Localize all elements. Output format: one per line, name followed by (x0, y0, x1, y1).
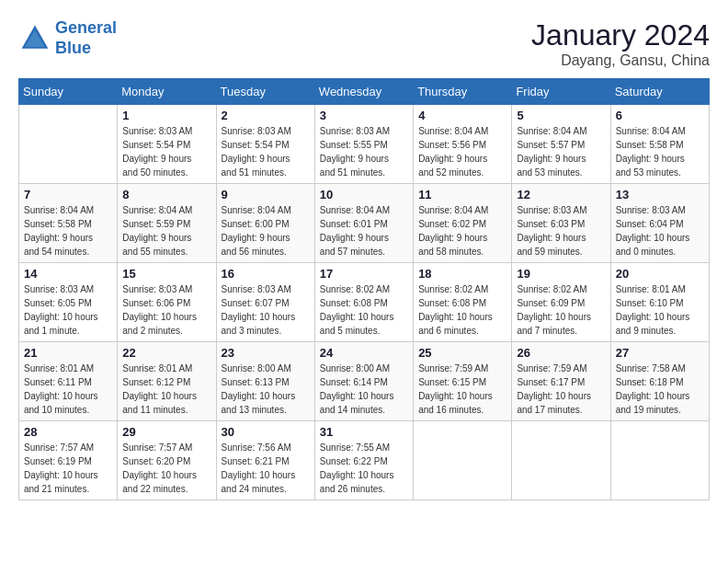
calendar-cell (512, 421, 610, 500)
calendar-cell: 21Sunrise: 8:01 AMSunset: 6:11 PMDayligh… (19, 342, 118, 421)
week-row-5: 28Sunrise: 7:57 AMSunset: 6:19 PMDayligh… (19, 421, 710, 500)
day-number: 3 (320, 109, 408, 122)
calendar-cell: 15Sunrise: 8:03 AMSunset: 6:06 PMDayligh… (118, 263, 216, 342)
day-info: Sunrise: 8:01 AMSunset: 6:10 PMDaylight:… (616, 282, 704, 338)
day-number: 23 (222, 346, 310, 360)
day-number: 10 (320, 188, 408, 201)
day-info: Sunrise: 8:03 AMSunset: 6:04 PMDaylight:… (616, 203, 704, 259)
calendar-cell (414, 421, 512, 500)
day-info: Sunrise: 8:04 AMSunset: 6:02 PMDaylight:… (418, 203, 506, 259)
day-number: 9 (222, 188, 310, 201)
day-number: 31 (320, 425, 408, 439)
day-info: Sunrise: 8:04 AMSunset: 5:59 PMDaylight:… (122, 203, 210, 259)
day-info: Sunrise: 8:01 AMSunset: 6:11 PMDaylight:… (24, 362, 112, 417)
calendar-cell: 30Sunrise: 7:56 AMSunset: 6:21 PMDayligh… (216, 421, 314, 500)
calendar-cell: 24Sunrise: 8:00 AMSunset: 6:14 PMDayligh… (314, 342, 413, 421)
day-info: Sunrise: 8:04 AMSunset: 5:58 PMDaylight:… (24, 203, 112, 259)
day-info: Sunrise: 7:57 AMSunset: 6:19 PMDaylight:… (24, 441, 112, 496)
logo: General Blue (18, 18, 117, 58)
day-info: Sunrise: 8:00 AMSunset: 6:14 PMDaylight:… (320, 362, 408, 417)
day-info: Sunrise: 8:04 AMSunset: 6:00 PMDaylight:… (222, 203, 310, 259)
calendar-cell: 26Sunrise: 7:59 AMSunset: 6:17 PMDayligh… (512, 342, 610, 421)
day-info: Sunrise: 8:00 AMSunset: 6:13 PMDaylight:… (222, 362, 310, 417)
calendar-cell: 11Sunrise: 8:04 AMSunset: 6:02 PMDayligh… (414, 184, 512, 263)
logo-line1: General (55, 18, 117, 37)
calendar-cell: 14Sunrise: 8:03 AMSunset: 6:05 PMDayligh… (19, 263, 118, 342)
calendar-cell: 20Sunrise: 8:01 AMSunset: 6:10 PMDayligh… (610, 263, 709, 342)
calendar-cell: 12Sunrise: 8:03 AMSunset: 6:03 PMDayligh… (512, 184, 610, 263)
day-number: 26 (517, 346, 605, 360)
day-number: 7 (24, 188, 112, 201)
calendar-cell: 13Sunrise: 8:03 AMSunset: 6:04 PMDayligh… (610, 184, 709, 263)
day-number: 8 (122, 188, 210, 201)
calendar-cell: 23Sunrise: 8:00 AMSunset: 6:13 PMDayligh… (216, 342, 314, 421)
weekday-header-monday: Monday (118, 79, 216, 105)
day-info: Sunrise: 8:02 AMSunset: 6:08 PMDaylight:… (320, 282, 408, 338)
day-number: 14 (24, 267, 112, 281)
day-info: Sunrise: 7:59 AMSunset: 6:15 PMDaylight:… (418, 362, 506, 417)
day-info: Sunrise: 8:04 AMSunset: 5:57 PMDaylight:… (517, 124, 605, 179)
calendar-cell: 7Sunrise: 8:04 AMSunset: 5:58 PMDaylight… (19, 184, 118, 263)
title-block: January 2024 Dayang, Gansu, China (531, 18, 710, 69)
day-number: 5 (517, 109, 605, 122)
day-number: 11 (418, 188, 506, 201)
day-info: Sunrise: 8:03 AMSunset: 6:05 PMDaylight:… (24, 282, 112, 338)
day-number: 12 (517, 188, 605, 201)
weekday-header-thursday: Thursday (414, 79, 512, 105)
weekday-header-tuesday: Tuesday (216, 79, 314, 105)
day-number: 2 (222, 109, 310, 122)
day-info: Sunrise: 7:56 AMSunset: 6:21 PMDaylight:… (222, 441, 310, 496)
day-number: 30 (222, 425, 310, 439)
logo-text: General Blue (55, 18, 117, 58)
day-number: 25 (418, 346, 506, 360)
calendar-cell: 17Sunrise: 8:02 AMSunset: 6:08 PMDayligh… (314, 263, 413, 342)
calendar-cell: 25Sunrise: 7:59 AMSunset: 6:15 PMDayligh… (414, 342, 512, 421)
calendar-cell: 29Sunrise: 7:57 AMSunset: 6:20 PMDayligh… (118, 421, 216, 500)
day-number: 15 (122, 267, 210, 281)
calendar-cell: 9Sunrise: 8:04 AMSunset: 6:00 PMDaylight… (216, 184, 314, 263)
day-number: 27 (616, 346, 704, 360)
day-info: Sunrise: 8:03 AMSunset: 5:54 PMDaylight:… (122, 124, 210, 179)
day-info: Sunrise: 8:04 AMSunset: 5:56 PMDaylight:… (418, 124, 506, 179)
calendar-cell (19, 105, 118, 184)
calendar-cell: 27Sunrise: 7:58 AMSunset: 6:18 PMDayligh… (610, 342, 709, 421)
weekday-header-sunday: Sunday (19, 79, 118, 105)
calendar-table: SundayMondayTuesdayWednesdayThursdayFrid… (18, 78, 710, 500)
calendar-cell: 4Sunrise: 8:04 AMSunset: 5:56 PMDaylight… (414, 105, 512, 184)
day-info: Sunrise: 8:03 AMSunset: 6:03 PMDaylight:… (517, 203, 605, 259)
week-row-4: 21Sunrise: 8:01 AMSunset: 6:11 PMDayligh… (19, 342, 710, 421)
calendar-body: 1Sunrise: 8:03 AMSunset: 5:54 PMDaylight… (19, 105, 710, 500)
day-number: 18 (418, 267, 506, 281)
calendar-header: SundayMondayTuesdayWednesdayThursdayFrid… (19, 79, 710, 105)
day-number: 21 (24, 346, 112, 360)
day-info: Sunrise: 7:57 AMSunset: 6:20 PMDaylight:… (122, 441, 210, 496)
month-title: January 2024 (531, 18, 710, 52)
calendar-cell: 6Sunrise: 8:04 AMSunset: 5:58 PMDaylight… (610, 105, 709, 184)
day-info: Sunrise: 8:03 AMSunset: 6:06 PMDaylight:… (122, 282, 210, 338)
day-number: 16 (222, 267, 310, 281)
weekday-header-wednesday: Wednesday (314, 79, 413, 105)
calendar-cell: 31Sunrise: 7:55 AMSunset: 6:22 PMDayligh… (314, 421, 413, 500)
day-info: Sunrise: 8:04 AMSunset: 5:58 PMDaylight:… (616, 124, 704, 179)
day-number: 22 (122, 346, 210, 360)
day-info: Sunrise: 8:03 AMSunset: 6:07 PMDaylight:… (222, 282, 310, 338)
day-number: 28 (24, 425, 112, 439)
day-number: 17 (320, 267, 408, 281)
calendar-cell: 5Sunrise: 8:04 AMSunset: 5:57 PMDaylight… (512, 105, 610, 184)
week-row-3: 14Sunrise: 8:03 AMSunset: 6:05 PMDayligh… (19, 263, 710, 342)
week-row-2: 7Sunrise: 8:04 AMSunset: 5:58 PMDaylight… (19, 184, 710, 263)
day-number: 6 (616, 109, 704, 122)
page-header: General Blue January 2024 Dayang, Gansu,… (18, 18, 710, 69)
calendar-cell: 10Sunrise: 8:04 AMSunset: 6:01 PMDayligh… (314, 184, 413, 263)
day-number: 13 (616, 188, 704, 201)
calendar-cell (610, 421, 709, 500)
day-info: Sunrise: 7:58 AMSunset: 6:18 PMDaylight:… (616, 362, 704, 417)
location-subtitle: Dayang, Gansu, China (531, 52, 710, 69)
day-number: 19 (517, 267, 605, 281)
day-number: 1 (122, 109, 210, 122)
day-number: 24 (320, 346, 408, 360)
day-info: Sunrise: 8:03 AMSunset: 5:54 PMDaylight:… (222, 124, 310, 179)
weekday-header-friday: Friday (512, 79, 610, 105)
weekday-header-row: SundayMondayTuesdayWednesdayThursdayFrid… (19, 79, 710, 105)
calendar-cell: 16Sunrise: 8:03 AMSunset: 6:07 PMDayligh… (216, 263, 314, 342)
